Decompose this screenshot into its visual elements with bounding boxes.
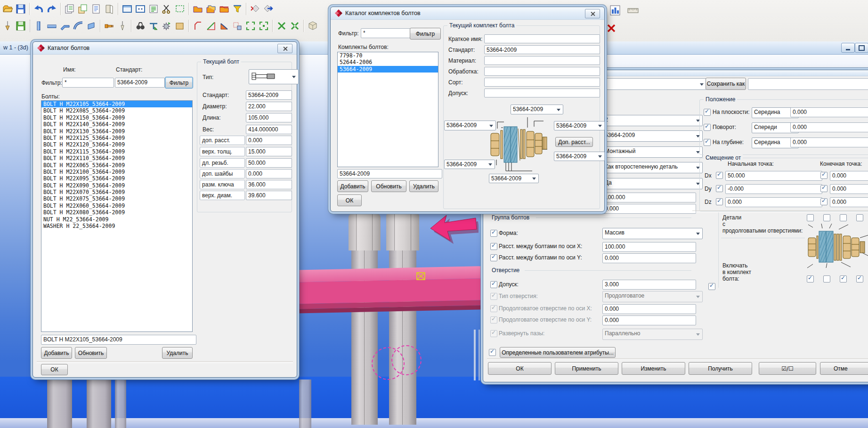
tolerance-input[interactable] [484, 89, 600, 97]
save-as-button[interactable]: Сохранить как [706, 78, 746, 90]
bolt-catalog-titlebar[interactable]: Каталог болтов [33, 42, 297, 55]
hole-type-combo[interactable]: Продолговатое [602, 291, 703, 302]
include-part-checkbox-4[interactable] [856, 275, 863, 283]
delete-button[interactable]: Удалить [162, 347, 193, 359]
ok-button[interactable]: ОК [41, 364, 68, 375]
extra-dist-value[interactable]: 0.000 [246, 136, 292, 145]
select-filter-square-icon[interactable] [231, 19, 244, 32]
dx-end-checkbox[interactable] [820, 172, 827, 179]
list-item[interactable]: BOLT H M22X080_53664-2009 [41, 209, 192, 216]
spacing-x-checkbox[interactable] [490, 243, 497, 250]
maximize-button[interactable] [855, 43, 868, 53]
redo-icon[interactable] [45, 2, 58, 16]
dz-start-checkbox[interactable] [716, 198, 723, 205]
finish-input[interactable] [484, 67, 600, 76]
at-depth-input[interactable]: 0.000 [790, 137, 868, 147]
bolt-size-combo[interactable]: 2 [602, 115, 703, 126]
tolerance-input[interactable]: 3.000 [602, 280, 696, 290]
list-item[interactable]: BOLT H M22X070_53664-2009 [41, 189, 192, 195]
rotation-input[interactable]: 0.000 [790, 122, 868, 132]
rotation-checkbox[interactable] [704, 124, 711, 131]
filter-button[interactable]: Фильтр [165, 77, 193, 89]
list-item[interactable]: BOLT H M22X085_53664-2009 [41, 107, 192, 114]
slotted-part-checkbox-1[interactable] [807, 214, 814, 221]
slot-x-input[interactable]: 0.000 [602, 304, 696, 314]
assembly-catalog-titlebar[interactable]: Каталог комплектов болтов [331, 7, 604, 20]
fit-by-parts-icon[interactable] [257, 19, 270, 32]
save-as-name-input[interactable] [748, 78, 868, 90]
steel-column[interactable] [47, 380, 72, 428]
apply-button[interactable]: Применить [555, 362, 618, 375]
search-binoculars-icon[interactable] [134, 19, 147, 32]
list-item[interactable]: BOLT H M22X090_53664-2009 [41, 182, 192, 189]
cancel-button[interactable]: Отме [820, 362, 868, 375]
weight-value[interactable]: 414.000000 [246, 125, 292, 134]
list-item[interactable]: BOLT H M22X125_53664-2009 [41, 135, 192, 141]
ok-button[interactable]: ОК [337, 194, 362, 206]
component-cube-icon[interactable] [306, 19, 319, 32]
workplane-marker-icon[interactable] [416, 272, 425, 280]
on-plane-checkbox[interactable] [704, 109, 711, 116]
snap-cross-b-icon[interactable] [288, 19, 301, 32]
list-item[interactable]: BOLT H M22X150_53664-2009 [41, 114, 192, 121]
folder-open-icon[interactable] [191, 2, 204, 16]
copy-properties-icon[interactable] [63, 2, 76, 16]
bolts-list[interactable]: BOLT H M22X105_53664-2009 BOLT H M22X085… [41, 100, 193, 332]
slot-rotate-combo[interactable]: Параллельно [602, 329, 703, 340]
close-red-x-icon[interactable] [605, 22, 618, 35]
funnel-icon[interactable] [231, 2, 244, 16]
dy-end-checkbox[interactable] [820, 185, 827, 192]
view-plane-triangle-icon[interactable] [218, 19, 231, 32]
close-button[interactable] [277, 44, 292, 53]
standard-value[interactable]: 53664-2009 [246, 90, 292, 100]
shape-checkbox[interactable] [490, 230, 497, 237]
list-item[interactable]: BOLT H M22X060_53664-2009 [41, 202, 192, 209]
extra-washers-value[interactable]: 0.000 [246, 169, 292, 178]
dz-end-checkbox[interactable] [820, 198, 827, 205]
report-icon[interactable] [89, 2, 103, 16]
spacing-y-input[interactable]: 0.000 [602, 253, 696, 263]
slot-y-input[interactable]: 0.000 [602, 315, 696, 325]
window-properties-icon[interactable] [134, 2, 147, 16]
steel-column[interactable] [299, 380, 311, 428]
list-item[interactable]: BOLT H M22X110_53664-2009 [41, 155, 192, 162]
slotted-part-checkbox-3[interactable] [840, 214, 847, 221]
list-item[interactable]: BOLT H M22X105_53664-2009 [41, 101, 192, 107]
weld-mark-icon[interactable] [147, 19, 160, 32]
length-input[interactable]: 100.000 [602, 193, 696, 202]
include-part-checkbox-2[interactable] [823, 275, 830, 283]
list-item[interactable]: BOLT H M22X140_53664-2009 [41, 121, 192, 128]
slot-y-checkbox[interactable] [490, 316, 497, 323]
dx-start-checkbox[interactable] [716, 172, 723, 179]
washer-bottom-combo[interactable]: 53664-2009 [489, 174, 539, 183]
dz-end-input[interactable]: 0.000 [830, 197, 868, 207]
open-model-icon[interactable] [1, 2, 14, 16]
list-item[interactable]: WASHER H 22_53664-2009 [41, 223, 192, 229]
save-as-green-icon[interactable] [14, 19, 27, 32]
list-item[interactable]: BOLT H M22X075_53664-2009 [41, 195, 192, 202]
top-thickness-value[interactable]: 15.000 [246, 147, 292, 156]
nut1-standard-combo[interactable]: 53664-2009 [554, 121, 605, 130]
steel-column[interactable] [115, 380, 126, 428]
shape-combo[interactable]: Массив [602, 228, 703, 239]
create-slab-icon[interactable] [173, 19, 187, 32]
bolt-type-picture-combo[interactable] [249, 69, 299, 84]
dx-end-input[interactable]: 0.000 [830, 171, 868, 181]
ruler-icon[interactable] [626, 4, 640, 17]
list-item[interactable]: 7798-70 [338, 52, 438, 59]
bolt-head-right[interactable] [386, 211, 419, 250]
list-item[interactable]: 53664-2009 [338, 66, 438, 73]
point-prev-diamond-icon[interactable] [249, 2, 262, 16]
save-icon[interactable] [14, 2, 27, 16]
view-corner-icon[interactable] [191, 19, 204, 32]
toggle-checkboxes-button[interactable]: ☑/☐ [759, 362, 816, 375]
list-item[interactable]: NUT H M22_53664-2009 [41, 216, 192, 223]
list-page-icon[interactable] [147, 2, 160, 16]
filter-name-input[interactable]: * [62, 78, 114, 88]
wrench-size-value[interactable]: 36.000 [246, 180, 292, 189]
uda-checkbox[interactable] [489, 349, 496, 356]
filter-standard-input[interactable]: 53664-2009 [115, 78, 165, 88]
spacing-x-input[interactable]: 100.000 [602, 242, 696, 252]
bolt-standard-combo[interactable]: 53664-2009 [602, 130, 703, 142]
list-item[interactable]: BOLT H M22X120_53664-2009 [41, 141, 192, 148]
